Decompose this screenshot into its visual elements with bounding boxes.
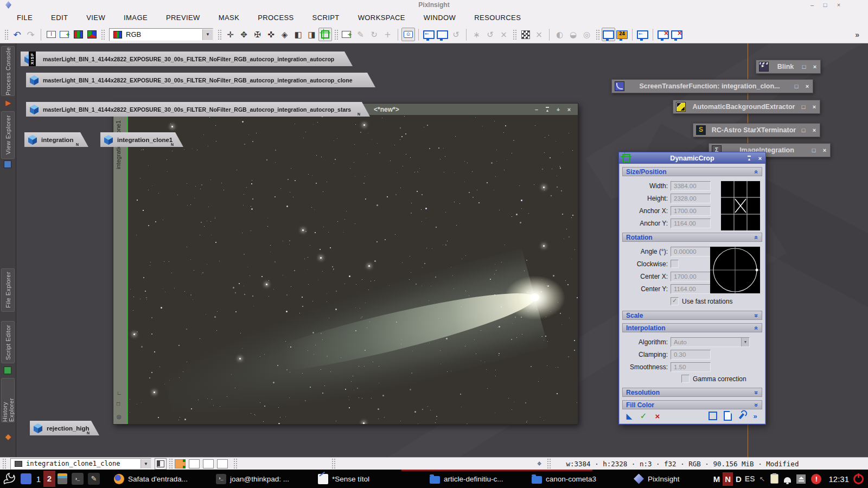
- shaded-window-stars[interactable]: masterLight_BIN_1_4144x2822_EXPOSURE_30_…: [26, 102, 370, 117]
- tray-indicator-d[interactable]: D: [736, 474, 742, 484]
- collapse-icon[interactable]: «: [753, 170, 761, 174]
- cancel-icon[interactable]: ×: [650, 412, 665, 421]
- edit-preferences-icon[interactable]: [739, 413, 744, 419]
- float-close-icon[interactable]: ×: [802, 83, 813, 89]
- keyboard-layout-indicator[interactable]: ES: [745, 474, 755, 483]
- preview-zoom-icon[interactable]: ⊙: [401, 28, 415, 41]
- removable-media-icon[interactable]: [796, 474, 806, 484]
- statusbar-drag-handle[interactable]: [2, 458, 6, 469]
- statusbar-drag-handle[interactable]: [233, 458, 237, 469]
- image-window-side-strip[interactable]: integration_clone1 ∟ □ ◎: [113, 115, 127, 424]
- reset-stf-icon[interactable]: [656, 28, 670, 41]
- statusbar-drag-handle[interactable]: [331, 458, 335, 469]
- float-close-icon[interactable]: ×: [809, 104, 820, 110]
- width-field[interactable]: 3384.00: [671, 181, 711, 191]
- realtime-preview-icon[interactable]: [709, 412, 717, 420]
- archive-manager-icon[interactable]: [58, 473, 67, 484]
- rename-view-icon[interactable]: I: [44, 28, 58, 41]
- task-folder-canon[interactable]: canon-cometa3: [527, 471, 617, 487]
- history-explorer-icon[interactable]: ◆: [4, 432, 12, 441]
- task-folder-article[interactable]: article-definitiu-c...: [425, 471, 525, 487]
- task-terminal[interactable]: ›_ joan@thinkpad: ...: [212, 471, 311, 487]
- float-restore-icon[interactable]: □: [798, 104, 809, 110]
- fast-rotations-checkbox[interactable]: ✓: [671, 297, 679, 305]
- toolbar-drag-handle[interactable]: [596, 29, 599, 40]
- remove-mask-icon[interactable]: ×: [532, 28, 546, 41]
- view-selector-dropdown[interactable]: integration_clone1_clone ▼: [10, 458, 151, 470]
- statusbar-drag-handle[interactable]: [547, 458, 551, 469]
- crop-frame-icon[interactable]: □: [117, 401, 120, 407]
- sidebar-tab-script-editor[interactable]: Script Editor: [1, 321, 15, 363]
- alert-icon[interactable]: !: [811, 474, 821, 484]
- image-window[interactable]: <*new*> – ▲ + × integration_clone1 ∟ □ ◎: [113, 103, 578, 425]
- sidebar-tab-view-explorer[interactable]: View Explorer: [1, 111, 15, 159]
- menu-workspace[interactable]: WORKSPACE: [349, 10, 414, 26]
- menu-window[interactable]: WINDOW: [414, 10, 465, 26]
- menu-script[interactable]: SCRIPT: [303, 10, 349, 26]
- process-window-starxterminator[interactable]: S RC-Astro StarXTerminator □ ×: [693, 123, 820, 137]
- view-tab-integration[interactable]: integration N: [24, 132, 88, 147]
- select-view-icon[interactable]: ◨: [305, 28, 318, 41]
- anchor-y-field[interactable]: 1164.00: [671, 219, 711, 228]
- expand-icon[interactable]: »: [753, 403, 761, 407]
- dropdown-arrow-icon[interactable]: ▼: [202, 29, 213, 40]
- menu-process[interactable]: PROCESS: [248, 10, 303, 26]
- float-close-icon[interactable]: ×: [809, 127, 820, 133]
- view-explorer-icon[interactable]: [4, 160, 12, 169]
- center-target-icon[interactable]: ◎: [117, 414, 122, 420]
- shaded-window-autocrop[interactable]: XISF masterLight_BIN_1_4144x2822_EXPOSUR…: [21, 52, 353, 66]
- enable-mask-icon[interactable]: ◒: [566, 28, 580, 41]
- image-zoom-icon[interactable]: +: [553, 106, 564, 113]
- power-icon[interactable]: [853, 474, 864, 484]
- undo-icon[interactable]: ↶: [10, 28, 24, 41]
- float-restore-icon[interactable]: □: [808, 147, 819, 153]
- float-restore-icon[interactable]: □: [798, 127, 809, 133]
- section-resolution[interactable]: Resolution »: [622, 388, 762, 397]
- section-rotation[interactable]: Rotation «: [622, 233, 762, 242]
- dialog-close-icon[interactable]: ×: [755, 155, 765, 162]
- tray-indicator-m[interactable]: M: [713, 474, 720, 484]
- menu-resources[interactable]: RESOURCES: [465, 10, 530, 26]
- clipboard-icon[interactable]: [770, 474, 778, 484]
- toolbar-drag-handle[interactable]: [101, 29, 105, 40]
- menu-mask[interactable]: MASK: [209, 10, 248, 26]
- input-device-icon[interactable]: ↖: [760, 475, 765, 483]
- center-x-field[interactable]: 1700.00: [671, 272, 711, 281]
- zoom-contract-icon[interactable]: ✠: [251, 28, 264, 41]
- float-restore-icon[interactable]: □: [791, 83, 802, 89]
- height-field[interactable]: 2328.00: [671, 194, 711, 203]
- task-mail[interactable]: Safata d'entrada...: [110, 471, 209, 487]
- expand-icon[interactable]: »: [753, 390, 761, 394]
- split-view-icon[interactable]: ◧: [291, 28, 305, 41]
- view-tab-integration-clone1[interactable]: integration_clone1 N: [100, 132, 183, 147]
- section-scale[interactable]: Scale »: [622, 311, 762, 320]
- workspace-button-2[interactable]: 2: [43, 471, 55, 487]
- show-desktop-icon[interactable]: [21, 473, 31, 484]
- revert-view-icon[interactable]: ↺: [449, 28, 463, 41]
- process-window-stf[interactable]: ScreenTransferFunction: integration_clon…: [611, 79, 813, 93]
- add-preview-icon[interactable]: +: [381, 28, 394, 41]
- display-channel-dropdown[interactable]: RGB ▼: [109, 28, 213, 41]
- rotation-dial[interactable]: [710, 247, 760, 293]
- notifications-icon[interactable]: [784, 477, 791, 483]
- show-mask-icon[interactable]: [519, 28, 532, 41]
- section-interpolation[interactable]: Interpolation «: [622, 323, 762, 332]
- section-fill-color[interactable]: Fill Color »: [622, 400, 762, 409]
- toolbar-drag-handle[interactable]: [334, 29, 338, 40]
- stf-24bit-icon[interactable]: [615, 28, 629, 41]
- dynamic-crop-tool-icon[interactable]: [318, 28, 332, 41]
- menu-edit[interactable]: EDIT: [42, 10, 77, 26]
- dynamic-crop-titlebar[interactable]: DynamicCrop ▲ ×: [619, 152, 765, 164]
- angle-field[interactable]: 0.00000: [671, 247, 711, 256]
- collapse-icon[interactable]: «: [753, 235, 761, 239]
- invert-mask-icon[interactable]: ◐: [553, 28, 566, 41]
- tray-indicator-n[interactable]: N: [723, 472, 733, 486]
- channel-swatch[interactable]: [189, 459, 200, 468]
- algorithm-dropdown[interactable]: Auto ▼: [671, 337, 750, 347]
- apply-stf-icon[interactable]: [636, 28, 649, 41]
- view-tab-rejection-high[interactable]: rejection_high N: [30, 421, 99, 435]
- edit-preview-icon[interactable]: ✎: [354, 28, 367, 41]
- comet-image-canvas[interactable]: [128, 115, 578, 424]
- channel-swatch[interactable]: [217, 459, 228, 468]
- float-restore-icon[interactable]: □: [799, 63, 809, 70]
